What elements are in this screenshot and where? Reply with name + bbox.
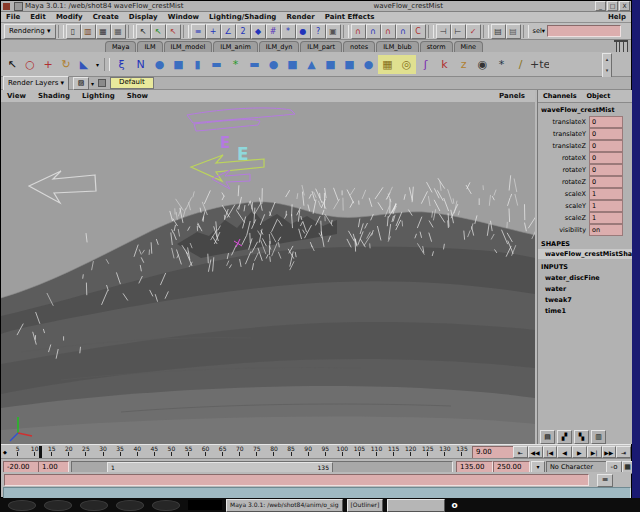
- spline-ik-icon[interactable]: z: [454, 55, 473, 74]
- step-forward-key-button[interactable]: ▶▶: [602, 446, 617, 458]
- desktop-icon[interactable]: o: [451, 500, 457, 510]
- shelf-tab[interactable]: ILM_dyn: [259, 41, 300, 52]
- play-backwards-button[interactable]: ◀: [557, 446, 572, 458]
- perspective-viewport[interactable]: E E: [1, 102, 535, 444]
- mask-points-icon[interactable]: +: [206, 24, 221, 39]
- mask-misc-icon[interactable]: ?: [311, 24, 326, 39]
- particle-icon[interactable]: *: [492, 55, 511, 74]
- mask-rendering-icon[interactable]: ●: [296, 24, 311, 39]
- select-component-icon[interactable]: ↖: [166, 24, 181, 39]
- menu-item[interactable]: Display: [124, 13, 163, 21]
- nurbs-sphere-icon[interactable]: ●: [264, 55, 283, 74]
- select-tool[interactable]: ↖: [3, 55, 21, 74]
- object-menu[interactable]: Object: [582, 92, 616, 100]
- menu-item[interactable]: File: [1, 13, 25, 21]
- tool-options-dropdown[interactable]: ▾: [93, 61, 102, 68]
- scale-tool[interactable]: ◣: [75, 55, 93, 74]
- shelf-scroll-arrows[interactable]: ▴▾: [602, 53, 612, 78]
- shelf-tab[interactable]: Mine: [454, 41, 484, 52]
- menu-item-help[interactable]: Help: [603, 13, 631, 21]
- nurbs-cone-icon[interactable]: ▲: [302, 55, 321, 74]
- nurbs-cube-icon[interactable]: ■: [283, 55, 302, 74]
- channel-value-field[interactable]: 1: [589, 200, 623, 212]
- taskbar-item[interactable]: [Outliner]: [347, 499, 384, 512]
- shelf-tab[interactable]: ILM_part: [300, 41, 342, 52]
- layout-shortcut-button-4[interactable]: ▥: [591, 430, 606, 444]
- snap-curve-icon[interactable]: ∩: [366, 24, 381, 39]
- poly-plane-icon[interactable]: ▬: [207, 55, 226, 74]
- maximize-button[interactable]: □: [607, 1, 618, 11]
- panel-menu-item[interactable]: Lighting: [76, 92, 121, 100]
- taskbar-item[interactable]: Maya 3.0.1: /web/shot84/anim/o_sig: [226, 499, 343, 512]
- snap-plane-icon[interactable]: ∩: [396, 24, 411, 39]
- curve-letter-e-cyan[interactable]: E: [237, 144, 249, 164]
- current-render-layer[interactable]: Default: [110, 77, 154, 89]
- measure-tool-icon[interactable]: ∕: [511, 55, 530, 74]
- ipr-render-icon[interactable]: ▤: [506, 24, 521, 39]
- input-node[interactable]: time1: [538, 305, 633, 316]
- menu-item[interactable]: Create: [88, 13, 124, 21]
- mask-all-icon[interactable]: ≡: [191, 24, 206, 39]
- render-layers-menu[interactable]: Render Layers ▾: [3, 76, 69, 91]
- move-tool[interactable]: +: [39, 55, 57, 74]
- shelf-tab[interactable]: ILM_model: [164, 41, 213, 52]
- layout-shortcut-button-1[interactable]: ▤: [540, 430, 555, 444]
- open-scene-icon[interactable]: ▥: [81, 24, 96, 39]
- timeline-menu-button[interactable]: ◆: [1, 445, 9, 458]
- poly-cylinder-icon[interactable]: ▮: [188, 55, 207, 74]
- live-grid-icon[interactable]: ▦: [378, 55, 397, 74]
- curve-star-icon[interactable]: *: [226, 55, 245, 74]
- menu-item[interactable]: Edit: [25, 13, 51, 21]
- shape-node-name[interactable]: waveFlow_crestMistShape: [538, 249, 633, 259]
- save-increment-icon[interactable]: ▦: [111, 24, 126, 39]
- panel-menu-item[interactable]: Shading: [32, 92, 76, 100]
- mask-handles-icon[interactable]: ∠: [221, 24, 236, 39]
- lock-selection-icon[interactable]: ▣: [326, 24, 341, 39]
- menu-item[interactable]: Modify: [51, 13, 88, 21]
- input-node[interactable]: water: [538, 283, 633, 294]
- window-fragment[interactable]: [387, 499, 445, 512]
- mask-curves-icon[interactable]: 2: [236, 24, 251, 39]
- panel-menu-item[interactable]: View: [1, 92, 32, 100]
- script-editor-icon[interactable]: ≡: [597, 474, 613, 487]
- input-node[interactable]: water_discFine: [538, 272, 633, 283]
- input-node[interactable]: tweak7: [538, 294, 633, 305]
- channel-value-field[interactable]: 1: [589, 188, 623, 200]
- close-button[interactable]: X: [619, 1, 630, 11]
- curve-letter-e-purple[interactable]: E: [220, 134, 230, 152]
- go-to-range-end-button[interactable]: ⇥: [616, 446, 631, 458]
- ik-handle-tool-icon[interactable]: k: [435, 55, 454, 74]
- menu-item[interactable]: Window: [163, 13, 204, 21]
- step-back-frame-button[interactable]: |◀: [543, 446, 558, 458]
- title-bar[interactable]: Maya 3.0.1: /web/shot84 waveFlow_crestMi…: [1, 1, 631, 12]
- go-to-range-start-button[interactable]: ⇤: [513, 446, 528, 458]
- channel-value-field[interactable]: 0: [589, 152, 623, 164]
- layout-shortcut-button-2[interactable]: ▞: [557, 430, 572, 444]
- quick-selection-input[interactable]: [547, 25, 621, 37]
- snap-point-icon[interactable]: ∩: [381, 24, 396, 39]
- shelf-tab[interactable]: notes: [343, 41, 375, 52]
- render-frame-icon[interactable]: ▤: [491, 24, 506, 39]
- joint-tool-icon[interactable]: ʃ: [416, 55, 435, 74]
- shelf-tab[interactable]: storm: [420, 41, 453, 52]
- wire-sphere-icon[interactable]: ◎: [397, 55, 416, 74]
- lasso-select-tool[interactable]: ○: [21, 55, 39, 74]
- nurbs-plane-icon[interactable]: ▬: [245, 55, 264, 74]
- cv-curve-tool-icon[interactable]: ξ: [112, 55, 131, 74]
- mask-surfaces-icon[interactable]: ◆: [251, 24, 266, 39]
- new-scene-icon[interactable]: ▯: [66, 24, 81, 39]
- layout-shortcut-button-3[interactable]: ▚: [574, 430, 589, 444]
- channel-value-field[interactable]: 1: [589, 212, 623, 224]
- panel-menu-item[interactable]: Show: [121, 92, 154, 100]
- shelf-tab[interactable]: ILM_anim: [213, 41, 258, 52]
- shelf-tab[interactable]: Maya: [105, 41, 136, 52]
- poly-cube2-icon[interactable]: ■: [321, 55, 340, 74]
- make-live-icon[interactable]: C: [411, 24, 426, 39]
- select-object-icon[interactable]: ↖: [151, 24, 166, 39]
- channels-menu[interactable]: Channels: [538, 92, 582, 100]
- time-slider[interactable]: ◆ 51015202530354045505560657075808590951…: [1, 444, 631, 458]
- command-input[interactable]: [4, 474, 589, 486]
- paint-text-icon[interactable]: +text: [530, 55, 549, 74]
- layer-editor-icon[interactable]: ▨: [73, 77, 89, 90]
- construction-history-icon[interactable]: ✓: [466, 24, 481, 39]
